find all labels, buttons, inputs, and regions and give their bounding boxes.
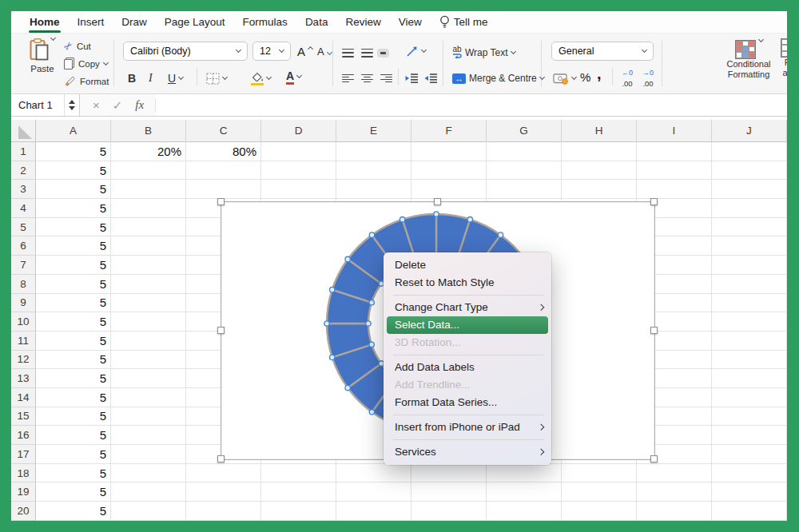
row-header-12[interactable]: 12 xyxy=(11,351,36,370)
column-header-A[interactable]: A xyxy=(36,120,111,142)
cell-B6[interactable] xyxy=(111,236,186,256)
cell-C19[interactable] xyxy=(186,482,261,502)
chart-resize-handle[interactable] xyxy=(217,455,225,463)
cell-J3[interactable] xyxy=(712,180,787,199)
align-center-button[interactable] xyxy=(361,70,373,86)
borders-button[interactable] xyxy=(206,70,227,86)
format-painter-button[interactable]: Format xyxy=(64,75,109,87)
cell-F18[interactable] xyxy=(411,464,487,483)
cell-B16[interactable] xyxy=(111,426,186,445)
cell-E3[interactable] xyxy=(336,180,411,199)
tab-page-layout[interactable]: Page Layout xyxy=(156,11,234,34)
row-header-9[interactable]: 9 xyxy=(11,294,36,313)
cell-F20[interactable] xyxy=(411,502,487,521)
cell-A11[interactable]: 5 xyxy=(36,332,111,351)
menu-item-change-chart-type[interactable]: Change Chart Type xyxy=(384,299,551,316)
increase-font-button[interactable]: A xyxy=(297,43,312,59)
cell-D1[interactable] xyxy=(261,142,336,161)
cell-H3[interactable] xyxy=(562,180,637,199)
cell-F19[interactable] xyxy=(411,482,487,502)
row-header-2[interactable]: 2 xyxy=(11,161,36,181)
cell-B20[interactable] xyxy=(111,502,186,521)
chart-resize-handle[interactable] xyxy=(650,455,658,463)
cell-A5[interactable]: 5 xyxy=(36,218,111,237)
cell-J6[interactable] xyxy=(712,236,787,256)
italic-button[interactable]: I xyxy=(149,70,153,86)
cell-G20[interactable] xyxy=(487,502,562,521)
cell-A1[interactable]: 5 xyxy=(36,142,111,161)
tab-formulas[interactable]: Formulas xyxy=(234,11,296,34)
cell-A15[interactable]: 5 xyxy=(36,407,111,427)
cell-J4[interactable] xyxy=(712,199,787,218)
cell-A10[interactable]: 5 xyxy=(36,312,111,332)
cell-C1[interactable]: 80% xyxy=(186,142,261,161)
cell-A8[interactable]: 5 xyxy=(36,275,111,294)
cut-button[interactable]: ✂ Cut xyxy=(64,40,91,52)
cell-J1[interactable] xyxy=(712,142,787,161)
cell-J17[interactable] xyxy=(712,445,787,464)
row-header-16[interactable]: 16 xyxy=(11,426,36,445)
cell-B1[interactable]: 20% xyxy=(111,142,186,161)
cell-G1[interactable] xyxy=(487,142,562,161)
align-bottom-button[interactable] xyxy=(380,45,386,61)
cell-D2[interactable] xyxy=(261,161,336,181)
cell-A19[interactable]: 5 xyxy=(36,482,111,502)
chart-resize-handle[interactable] xyxy=(434,198,441,205)
row-header-6[interactable]: 6 xyxy=(11,236,36,256)
cell-A18[interactable]: 5 xyxy=(36,464,111,483)
cell-J5[interactable] xyxy=(712,218,787,237)
chart-resize-handle[interactable] xyxy=(217,198,225,205)
tab-data[interactable]: Data xyxy=(296,11,337,34)
cell-J18[interactable] xyxy=(712,464,787,483)
row-header-17[interactable]: 17 xyxy=(11,445,36,464)
cell-B11[interactable] xyxy=(111,332,186,351)
menu-item-services[interactable]: Services xyxy=(384,443,551,461)
cell-H18[interactable] xyxy=(562,464,637,483)
row-header-20[interactable]: 20 xyxy=(11,502,36,521)
tab-view[interactable]: View xyxy=(390,11,431,34)
cell-A14[interactable]: 5 xyxy=(36,388,111,407)
tab-home[interactable]: Home xyxy=(21,11,69,34)
row-header-8[interactable]: 8 xyxy=(11,275,36,294)
column-header-B[interactable]: B xyxy=(111,120,186,142)
cell-J12[interactable] xyxy=(712,351,787,370)
cell-B10[interactable] xyxy=(111,312,186,332)
cell-C20[interactable] xyxy=(186,502,261,521)
cancel-icon[interactable]: × xyxy=(93,98,100,112)
cell-A3[interactable]: 5 xyxy=(36,180,111,199)
accounting-format-button[interactable] xyxy=(553,70,576,86)
cell-H19[interactable] xyxy=(562,482,637,502)
increase-indent-button[interactable] xyxy=(424,70,438,86)
name-box[interactable]: Chart 1 xyxy=(11,94,64,116)
menu-item-add-data-labels[interactable]: Add Data Labels xyxy=(384,359,551,376)
cell-A6[interactable]: 5 xyxy=(36,236,111,256)
tab-insert[interactable]: Insert xyxy=(69,11,113,34)
cell-B5[interactable] xyxy=(111,218,186,237)
cell-I19[interactable] xyxy=(637,482,712,502)
cell-J13[interactable] xyxy=(712,369,787,388)
cell-B18[interactable] xyxy=(111,464,186,483)
row-header-19[interactable]: 19 xyxy=(11,482,36,502)
underline-button[interactable]: U xyxy=(168,70,183,86)
menu-item-select-data[interactable]: Select Data... xyxy=(387,316,548,334)
cell-E18[interactable] xyxy=(336,464,411,483)
stepper-up-icon[interactable] xyxy=(69,100,75,104)
cell-E19[interactable] xyxy=(336,482,411,502)
menu-item-delete[interactable]: Delete xyxy=(384,256,551,274)
select-all-corner[interactable] xyxy=(11,120,36,142)
cell-C2[interactable] xyxy=(186,161,261,181)
copy-button[interactable]: Copy xyxy=(64,58,108,69)
cell-I18[interactable] xyxy=(637,464,712,483)
tab-draw[interactable]: Draw xyxy=(113,11,156,34)
cell-I2[interactable] xyxy=(637,161,712,181)
merge-centre-button[interactable]: ↔ Merge & Centre xyxy=(452,70,544,86)
stepper-down-icon[interactable] xyxy=(69,106,75,110)
cell-E2[interactable] xyxy=(336,161,411,181)
cell-E1[interactable] xyxy=(336,142,411,161)
column-header-G[interactable]: G xyxy=(487,120,562,142)
cell-C18[interactable] xyxy=(186,464,261,483)
paste-button[interactable]: Paste xyxy=(22,38,62,73)
column-header-D[interactable]: D xyxy=(261,120,336,142)
cell-B19[interactable] xyxy=(111,482,186,502)
cell-F3[interactable] xyxy=(411,180,487,199)
